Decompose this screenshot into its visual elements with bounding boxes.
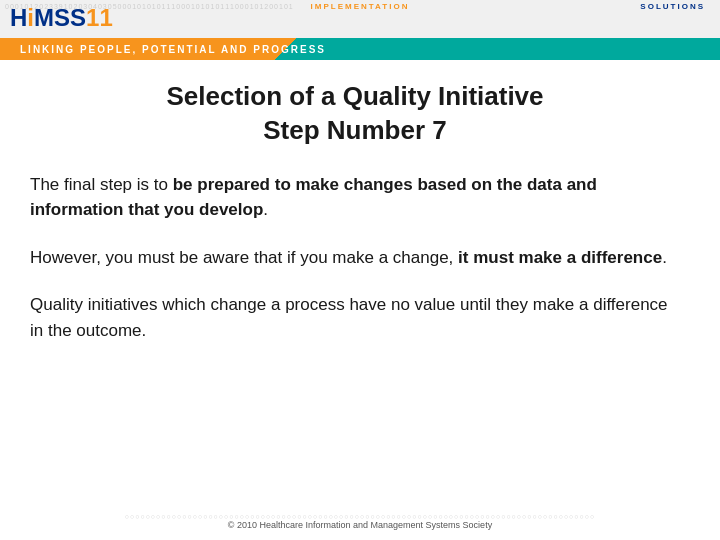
footer: ○○○○○○○○○○○○○○○○○○○○○○○○○○○○○○○○○○○○○○○○… xyxy=(0,513,720,534)
logo-area: HiMSS11 xyxy=(10,4,113,32)
title-line1: Selection of a Quality Initiative xyxy=(30,80,680,114)
paragraph2-prefix: However, you must be aware that if you m… xyxy=(30,248,458,267)
logo-i: i xyxy=(27,4,34,32)
paragraph1-prefix: The final step is to xyxy=(30,175,173,194)
main-content: Selection of a Quality Initiative Step N… xyxy=(0,60,720,375)
header: 0001012023391020304030500010101011100010… xyxy=(0,0,720,60)
header-stripe: LINKING PEOPLE, POTENTIAL AND PROGRESS xyxy=(0,38,720,60)
paragraph-3: Quality initiatives which change a proce… xyxy=(30,292,680,343)
paragraph2-bold: it must make a difference xyxy=(458,248,662,267)
logo-h: H xyxy=(10,4,27,32)
stripe-text: LINKING PEOPLE, POTENTIAL AND PROGRESS xyxy=(20,44,326,55)
logo-mss: MSS xyxy=(34,4,86,32)
paragraph1-suffix: . xyxy=(263,200,268,219)
paragraph2-suffix: . xyxy=(662,248,667,267)
footer-dots: ○○○○○○○○○○○○○○○○○○○○○○○○○○○○○○○○○○○○○○○○… xyxy=(0,513,720,520)
implementation-label: IMPLEMENTATION xyxy=(311,2,410,11)
paragraph-2: However, you must be aware that if you m… xyxy=(30,245,680,271)
logo-11: 11 xyxy=(86,4,113,32)
slide-title: Selection of a Quality Initiative Step N… xyxy=(30,80,680,148)
footer-copyright: © 2010 Healthcare Information and Manage… xyxy=(0,520,720,534)
title-line2: Step Number 7 xyxy=(30,114,680,148)
solutions-label: SOLUTIONS xyxy=(640,2,705,11)
paragraph-1: The final step is to be prepared to make… xyxy=(30,172,680,223)
